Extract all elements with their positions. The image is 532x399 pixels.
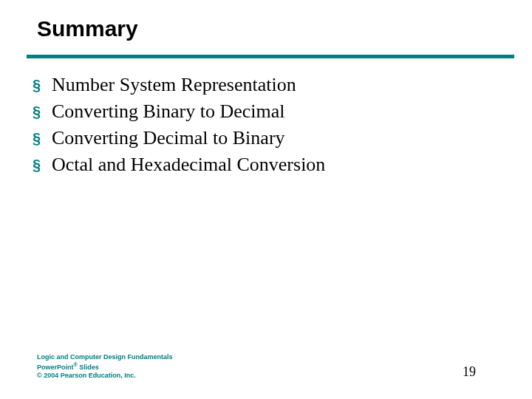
list-item: § Octal and Hexadecimal Conversion — [33, 153, 505, 177]
slide: Summary § Number System Representation §… — [0, 0, 532, 399]
footer-line2: PowerPoint® Slides — [37, 362, 173, 372]
bullet-text: Octal and Hexadecimal Conversion — [52, 153, 325, 177]
bullet-text: Converting Decimal to Binary — [52, 126, 285, 150]
bullet-list: § Number System Representation § Convert… — [33, 73, 505, 177]
bullet-icon: § — [33, 126, 52, 150]
page-number: 19 — [463, 364, 476, 380]
bullet-icon: § — [33, 100, 52, 123]
footer-line3: © 2004 Pearson Education, Inc. — [37, 372, 173, 380]
footer-line1: Logic and Computer Design Fundamentals — [37, 353, 173, 361]
bullet-text: Number System Representation — [52, 73, 296, 97]
list-item: § Converting Binary to Decimal — [33, 100, 505, 123]
divider-rule — [27, 55, 514, 58]
slide-title: Summary — [37, 16, 505, 41]
list-item: § Converting Decimal to Binary — [33, 126, 505, 150]
bullet-icon: § — [33, 153, 52, 177]
bullet-icon: § — [33, 73, 52, 97]
footer-copyright: Logic and Computer Design Fundamentals P… — [37, 353, 173, 380]
list-item: § Number System Representation — [33, 73, 505, 97]
bullet-text: Converting Binary to Decimal — [52, 100, 285, 123]
